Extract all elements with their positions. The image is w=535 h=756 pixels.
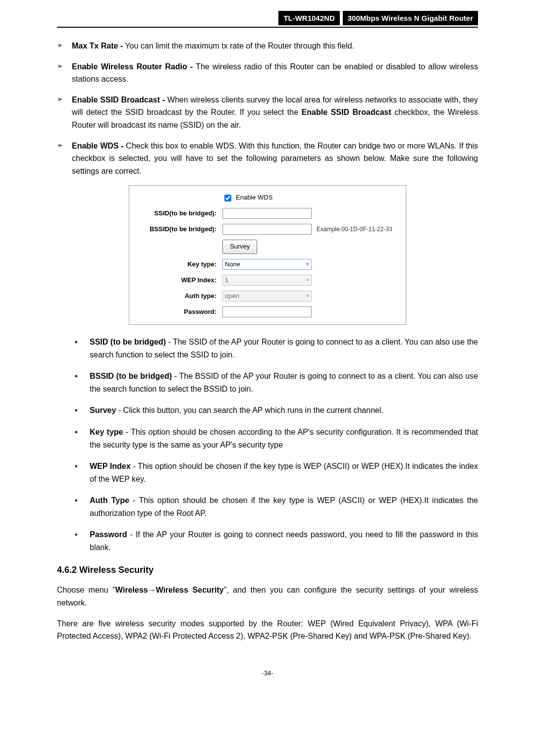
sub-title: Survey (90, 406, 116, 414)
bullet-enable-ssid-broadcast: Enable SSID Broadcast - When wireless cl… (57, 94, 478, 132)
enable-wds-label: Enable WDS (236, 193, 272, 203)
auth-type-value: open (225, 291, 239, 302)
bullet-title: Max Tx Rate - (72, 42, 123, 50)
sub-ssid: SSID (to be bridged) - The SSID of the A… (72, 336, 478, 361)
bullet-title: Enable Wireless Router Radio - (72, 62, 193, 71)
para-text: Choose menu " (57, 586, 115, 594)
sub-body: - Click this button, you can search the … (116, 406, 383, 414)
key-type-value: None (225, 259, 240, 270)
bullet-title: Enable SSID Broadcast - (72, 96, 165, 104)
auth-type-label: Auth type: (139, 291, 222, 302)
sub-title: Auth Type (90, 496, 129, 504)
sub-title: SSID (to be bridged) (90, 338, 166, 346)
model-chip: TL-WR1042ND (278, 11, 339, 25)
page-number: -34- (57, 668, 478, 679)
bullet-title: Enable WDS - (72, 142, 124, 150)
chevron-down-icon: ▾ (306, 276, 309, 285)
section-para-2: There are five wireless security modes s… (57, 617, 478, 643)
bullet-title-2: Enable SSID Broadcast (302, 108, 391, 116)
sub-password: Password - If the AP your Router is goin… (72, 528, 478, 554)
bullet-enable-wds: Enable WDS - Check this box to enable WD… (57, 140, 478, 178)
ssid-input[interactable] (222, 208, 312, 219)
product-title: 300Mbps Wireless N Gigabit Router (343, 11, 478, 25)
wds-settings-panel: Enable WDS SSID(to be bridged): BSSID(to… (129, 185, 406, 325)
sub-auth-type: Auth Type - This option should be chosen… (72, 494, 478, 519)
sub-wep-index: WEP Index - This option should be chosen… (72, 460, 478, 485)
chevron-down-icon: ▾ (306, 292, 309, 301)
menu-path-wireless-security: Wireless Security (156, 586, 223, 594)
sub-title: Password (90, 530, 127, 539)
key-type-label: Key type: (139, 259, 222, 270)
password-input[interactable] (222, 306, 312, 317)
chevron-down-icon: ▾ (306, 260, 309, 269)
bullet-body: You can limit the maximum tx rate of the… (123, 42, 354, 50)
sub-body: - This option should be chosen if the ke… (90, 462, 478, 483)
section-heading: 4.6.2 Wireless Security (57, 563, 478, 577)
wep-index-select[interactable]: 1 ▾ (222, 275, 312, 286)
wep-index-value: 1 (225, 275, 228, 286)
survey-button[interactable]: Survey (222, 240, 257, 254)
key-type-select[interactable]: None ▾ (222, 259, 312, 270)
sub-title: WEP Index (90, 462, 131, 470)
sub-body: - If the AP your Router is going to conn… (90, 530, 478, 552)
ssid-label: SSID(to be bridged): (139, 208, 222, 219)
wep-index-label: WEP Index: (139, 275, 222, 286)
sub-key-type: Key type - This option should be chosen … (72, 426, 478, 451)
password-label: Password: (139, 307, 222, 317)
bullet-enable-radio: Enable Wireless Router Radio - The wirel… (57, 60, 478, 86)
bssid-label: BSSID(to be bridged): (139, 224, 222, 235)
bullet-body: Check this box to enable WDS. With this … (72, 142, 478, 175)
bullet-max-tx-rate: Max Tx Rate - You can limit the maximum … (57, 40, 478, 52)
page-header: TL-WR1042ND300Mbps Wireless N Gigabit Ro… (57, 11, 478, 28)
bssid-example: Example:00-1D-0F-11-22-33 (317, 225, 392, 234)
sub-body: - This option should be chosen according… (90, 428, 478, 449)
section-para-1: Choose menu "Wireless→Wireless Security"… (57, 584, 478, 609)
bssid-input[interactable] (222, 224, 312, 235)
arrow-icon: → (148, 586, 156, 594)
sub-title: Key type (90, 428, 123, 436)
sub-body: - This option should be chosen if the ke… (90, 496, 478, 517)
auth-type-select[interactable]: open ▾ (222, 291, 312, 302)
sub-survey: Survey - Click this button, you can sear… (72, 404, 478, 417)
enable-wds-checkbox[interactable] (224, 195, 231, 202)
menu-path-wireless: Wireless (115, 586, 148, 594)
sub-title: BSSID (to be bridged) (90, 372, 172, 380)
sub-bssid: BSSID (to be bridged) - The BSSID of the… (72, 370, 478, 395)
